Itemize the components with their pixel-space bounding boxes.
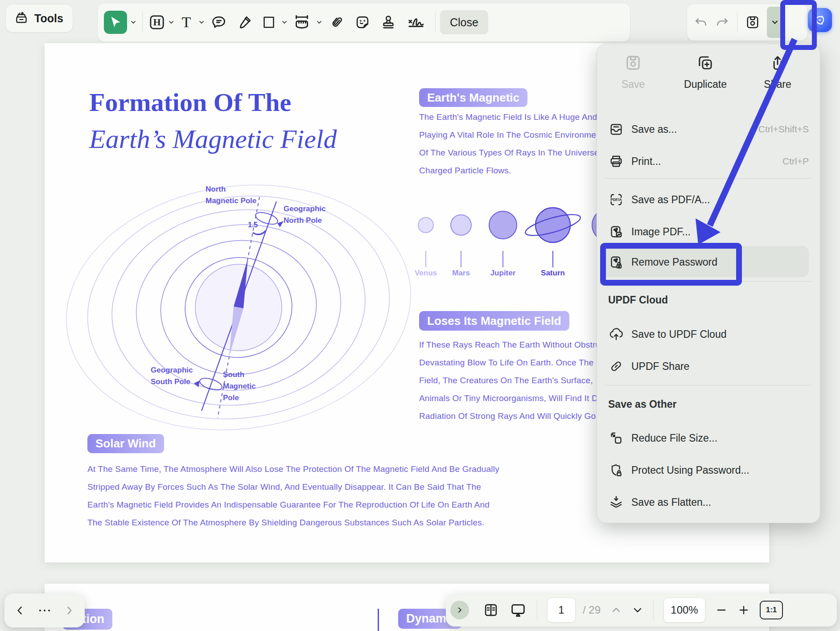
zoom-in-icon[interactable] (737, 604, 750, 616)
paragraph-line: The Stable Existence Of The Atmosphere B… (87, 518, 484, 528)
flatten-layers-icon (608, 494, 624, 510)
menu-item-label: Save as PDF/A... (631, 194, 710, 206)
paragraph-line: Radiation Of Strong Rays And Will Quickl… (419, 411, 596, 421)
label-south-magnetic-pole: South Magnetic Pole (223, 369, 256, 404)
tools-button-label: Tools (34, 12, 63, 25)
paragraph-line: Of The Various Types Of Rays In The Univ… (419, 148, 599, 158)
planet-label-jupiter: Jupiter (476, 269, 530, 278)
heading-tool-chevron-icon[interactable] (168, 19, 175, 26)
quick-action-label: Duplicate (684, 78, 727, 90)
label-north-magnetic-pole: North Magnetic Pole (206, 184, 256, 207)
paragraph-line: Field, The Creatures On The Earth's Surf… (419, 376, 593, 385)
menu-item-protect-password[interactable]: Protect Using Password... (603, 456, 813, 484)
label-axis-angle: 1.5 (248, 221, 258, 229)
prev-page-icon[interactable] (14, 605, 26, 616)
zoom-out-icon[interactable] (715, 604, 728, 616)
menu-item-label: Save to UPDF Cloud (631, 328, 726, 340)
paragraph-line: Charged Particle Flows. (419, 166, 511, 176)
menu-item-label: Save as... (631, 123, 677, 135)
menu-item-label: UPDF Share (631, 361, 689, 373)
paragraph-line: Stripped Away By Forces Such As The Sola… (87, 482, 481, 492)
menu-item-shortcut: Ctrl+Shift+S (758, 124, 809, 135)
presentation-icon[interactable] (509, 601, 527, 619)
select-tool-chevron-icon[interactable] (130, 19, 137, 26)
actual-size-button[interactable]: 1:1 (760, 601, 783, 619)
text-tool-chevron-icon[interactable] (198, 19, 205, 26)
next-page-icon[interactable] (63, 605, 75, 616)
actual-size-label: 1:1 (766, 606, 777, 615)
menu-quick-duplicate[interactable]: Duplicate (676, 53, 734, 90)
menu-item-reduce-file-size[interactable]: Reduce File Size... (603, 424, 813, 452)
toolbar-divider (142, 12, 143, 32)
zoom-level-input[interactable]: 100% (663, 598, 705, 623)
link-icon (608, 358, 624, 374)
signature-tool-button[interactable] (401, 12, 431, 33)
shape-tool-button[interactable] (258, 12, 280, 33)
stamp-tool-button[interactable] (375, 12, 401, 33)
undo-icon[interactable] (693, 15, 708, 30)
section-badge-solar-wind: Solar Wind (87, 434, 164, 453)
more-pages-icon[interactable] (38, 608, 51, 613)
menu-item-label: Protect Using Password... (631, 464, 749, 476)
app-window: Formation Of The Earth’s Magnetic Field … (0, 0, 840, 631)
page-total-label: / 29 (583, 604, 601, 616)
next-page-chevron-icon[interactable] (632, 604, 643, 616)
heading-tool-button[interactable]: H (147, 12, 167, 32)
menu-item-print[interactable]: Print... Ctrl+P (603, 147, 813, 176)
sticker-tool-button[interactable] (350, 12, 375, 33)
shield-lock-icon (608, 462, 624, 478)
expand-panel-button[interactable] (450, 601, 469, 619)
select-tool-button[interactable] (104, 11, 127, 34)
annotation-box-chevron (780, 0, 817, 50)
redo-icon[interactable] (715, 15, 730, 30)
save-icon (624, 53, 642, 72)
paragraph-line: Animals Or Tiny Microorganisms, Will Fin… (419, 393, 598, 403)
menu-item-save-as-flatten[interactable]: Save as Flatten... (603, 488, 813, 516)
cloud-upload-icon (608, 326, 624, 342)
previous-page-chevron-icon[interactable] (610, 604, 622, 616)
share-icon (768, 53, 787, 72)
menu-item-shortcut: Ctrl+P (782, 156, 809, 167)
measure-tool-chevron-icon[interactable] (316, 19, 323, 26)
menu-item-updf-share[interactable]: UPDF Share (603, 352, 813, 381)
annotation-box-remove-password (600, 243, 742, 286)
page-layout-icon[interactable] (482, 602, 499, 619)
section-badge-earths-magnetic: Earth's Magnetic (419, 88, 527, 107)
menu-quick-save: Save (604, 53, 662, 90)
menu-item-image-pdf[interactable]: Image PDF... (603, 217, 813, 246)
pdfa-icon: PDF/A (608, 192, 624, 208)
comment-tool-button[interactable] (206, 12, 232, 33)
menu-quick-share[interactable]: Share (749, 53, 807, 90)
measure-tool-button[interactable] (289, 12, 315, 33)
menu-item-save-as-pdfa[interactable]: PDF/A Save as PDF/A... (603, 185, 813, 214)
toolbox-icon (14, 11, 29, 26)
paragraph-line: At The Same Time, The Atmosphere Will Al… (87, 464, 499, 474)
text-tool-button[interactable]: T (176, 12, 197, 33)
shape-tool-chevron-icon[interactable] (281, 19, 288, 26)
main-toolbar: H T Close (97, 3, 630, 42)
page2-divider-line (378, 609, 379, 631)
attachment-tool-button[interactable] (324, 12, 350, 33)
close-button[interactable]: Close (440, 10, 488, 34)
save-icon[interactable] (745, 14, 761, 30)
toolbar-divider (435, 12, 436, 32)
page-number-input[interactable]: 1 (547, 598, 576, 623)
tools-button[interactable]: Tools (5, 4, 73, 33)
toolbar-divider (737, 12, 737, 32)
image-pdf-icon (608, 224, 624, 240)
text-glyph: T (182, 14, 191, 31)
duplicate-icon (696, 53, 715, 72)
pen-tool-button[interactable] (232, 12, 258, 33)
menu-item-save-as[interactable]: Save as... Ctrl+Shift+S (603, 115, 813, 143)
section-badge-loses-field: Loses Its Magnetic Field (419, 311, 569, 331)
page-number-value: 1 (558, 604, 564, 616)
label-geographic-south-pole: Geographic South Pole (151, 365, 193, 388)
menu-section-save-as-other: Save as Other (608, 398, 676, 410)
menu-item-save-to-cloud[interactable]: Save to UPDF Cloud (603, 320, 813, 348)
menu-item-label: Save as Flatten... (631, 496, 711, 508)
quick-action-label: Share (764, 78, 791, 90)
doc-title-line1: Formation Of The (89, 87, 291, 117)
bottom-divider (537, 600, 537, 620)
label-geographic-north-pole: Geographic North Pole (284, 203, 325, 226)
reduce-size-icon (608, 430, 624, 446)
